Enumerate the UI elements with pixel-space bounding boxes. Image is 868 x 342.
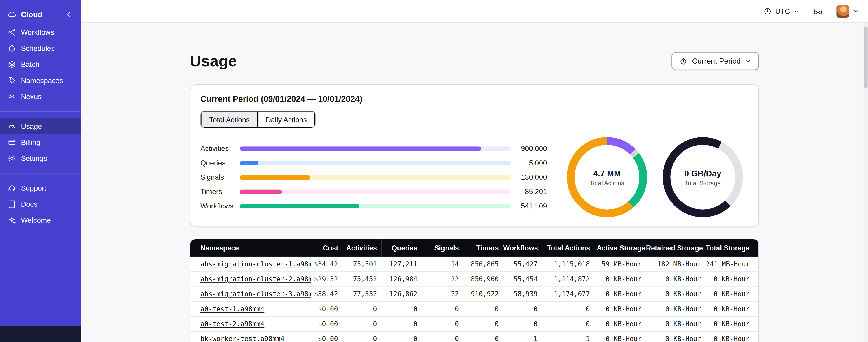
donut-label: Total Storage — [685, 179, 721, 186]
timezone-label: UTC — [775, 7, 790, 15]
table-cell: 55,427 — [503, 257, 542, 272]
timezone-selector[interactable]: UTC — [764, 7, 800, 15]
bar-label: Queries — [200, 159, 240, 167]
sidebar-item-nexus[interactable]: Nexus — [0, 89, 81, 104]
period-selector-button[interactable]: Current Period — [672, 52, 759, 70]
table-cell: 0 — [381, 302, 422, 316]
table-cell: 0 — [422, 332, 463, 342]
table-cell: 241 MB-Hour — [706, 257, 758, 272]
nexus-icon — [8, 92, 16, 101]
table-cell: 22 — [422, 272, 463, 286]
table-cell: 0 KB-Hour — [646, 302, 706, 316]
table-cell: 0 KB-Hour — [706, 286, 758, 301]
col-queries: Queries — [381, 239, 422, 257]
table-cell: 0 KB-Hour — [646, 316, 706, 332]
sidebar-divider — [0, 111, 81, 112]
namespace-link[interactable]: a0-test-2.a98mm4 — [200, 320, 264, 328]
sidebar-item-label: Billing — [21, 138, 40, 147]
table-cell: 1 — [542, 332, 597, 342]
col-workflows: Workflows — [503, 239, 542, 257]
table-cell: 75,452 — [343, 272, 381, 286]
usage-bar-row: Timers 85,201 — [200, 184, 547, 199]
donut-value: 4.7 MM — [593, 168, 621, 178]
namespace-link[interactable]: bk-worker-test.a98mm4 — [200, 335, 284, 342]
table-cell: 0 — [503, 302, 542, 316]
namespace-link[interactable]: a0-test-1.a98mm4 — [200, 305, 264, 313]
table-cell: 0 — [463, 316, 503, 332]
bar-fill — [240, 161, 259, 165]
tab-daily-actions[interactable]: Daily Actions — [258, 111, 315, 128]
batch-icon — [8, 60, 16, 69]
table-cell: 182 MB-Hour — [646, 257, 706, 272]
table-cell: 58,939 — [503, 286, 542, 301]
usage-bar-chart: Activities 900,000 Queries 5,000 Signals — [200, 141, 547, 213]
usage-card-title: Current Period (09/01/2024 — 10/01/2024) — [200, 94, 748, 104]
namespace-link[interactable]: abs-migration-cluster-3.a98mm4 — [200, 290, 311, 298]
bar-label: Timers — [200, 187, 240, 196]
table-cell: 0 — [503, 316, 542, 332]
sidebar-item-label: Workflows — [21, 28, 54, 37]
bar-track — [240, 146, 511, 151]
namespaces-icon — [8, 76, 16, 84]
sidebar-item-workflows[interactable]: Workflows — [0, 24, 81, 40]
table-cell: $0.00 — [311, 302, 343, 316]
table-cell: 127,211 — [381, 257, 422, 272]
chevron-down-icon — [745, 58, 751, 64]
stopwatch-icon — [679, 57, 688, 65]
namespace-link[interactable]: abs-migration-cluster-1.a98mm4 — [200, 260, 311, 268]
namespace-cell: a0-test-2.a98mm4 — [190, 316, 311, 332]
table-cell: 1,115,018 — [542, 257, 597, 272]
topbar: UTC — [81, 0, 868, 23]
table-cell: 1 — [503, 332, 542, 342]
table-cell: 0 — [381, 332, 422, 342]
namespace-cell: abs-migration-cluster-2.a98mm4 — [190, 272, 311, 286]
sidebar-item-namespaces[interactable]: Namespaces — [0, 72, 81, 89]
vertical-scrollbar — [864, 23, 868, 342]
table-cell: $38.42 — [311, 286, 343, 301]
col-activities: Activities — [343, 239, 381, 257]
table-header-row: Namespace Cost Activities Queries Signal… — [190, 239, 758, 257]
bar-fill — [240, 146, 481, 151]
table-row: abs-migration-cluster-2.a98mm4$29.3275,4… — [190, 272, 758, 286]
table-cell: 0 — [422, 302, 463, 316]
table-cell: 0 KB-Hour — [597, 332, 646, 342]
account-menu[interactable] — [836, 5, 859, 18]
sidebar-item-label: Welcome — [21, 216, 51, 225]
table-row: abs-migration-cluster-3.a98mm4$38.4277,3… — [190, 286, 758, 301]
sidebar-item-docs[interactable]: Docs — [0, 196, 81, 212]
col-active-storage: Active Storage — [597, 239, 646, 257]
donut-hole: 4.7 MM Total Actions — [575, 145, 639, 210]
namespace-usage-table-card: Namespace Cost Activities Queries Signal… — [190, 239, 759, 342]
sidebar-item-label: Docs — [21, 200, 37, 208]
glasses-icon[interactable] — [813, 6, 823, 16]
billing-icon — [8, 138, 16, 147]
sidebar-collapse-button[interactable] — [65, 10, 73, 19]
table-cell: 0 — [422, 316, 463, 332]
sidebar-item-support[interactable]: Support — [0, 180, 81, 196]
sidebar-item-schedules[interactable]: Schedules — [0, 40, 81, 57]
tab-total-actions[interactable]: Total Actions — [201, 111, 258, 128]
table-cell: $0.00 — [311, 332, 343, 342]
scrollbar-thumb[interactable] — [864, 27, 868, 89]
sidebar-item-batch[interactable]: Batch — [0, 57, 81, 72]
table-cell: 0 KB-Hour — [646, 272, 706, 286]
sidebar-item-label: Batch — [21, 60, 39, 69]
bar-label: Signals — [200, 173, 240, 181]
usage-summary-card: Current Period (09/01/2024 — 10/01/2024)… — [190, 84, 759, 227]
sidebar-item-label: Nexus — [21, 92, 41, 101]
table-cell: $29.32 — [311, 272, 343, 286]
sidebar-item-welcome[interactable]: Welcome — [0, 212, 81, 228]
donut-charts: 4.7 MM Total Actions 0 GB/Day Total Stor… — [567, 137, 743, 217]
bar-fill — [240, 204, 359, 208]
table-cell: 0 — [381, 316, 422, 332]
table-cell: 126,862 — [381, 286, 422, 301]
table-row: bk-worker-test.a98mm4$0.000000110 KB-Hou… — [190, 332, 758, 342]
table-cell: 0 — [463, 302, 503, 316]
sidebar-item-billing[interactable]: Billing — [0, 134, 81, 150]
table-cell: $34.42 — [311, 257, 343, 272]
chevron-down-icon — [793, 8, 799, 14]
sidebar-item-usage[interactable]: Usage — [0, 118, 81, 134]
sidebar-item-settings[interactable]: Settings — [0, 150, 81, 166]
namespace-link[interactable]: abs-migration-cluster-2.a98mm4 — [200, 275, 311, 283]
usage-bar-row: Queries 5,000 — [200, 156, 547, 170]
